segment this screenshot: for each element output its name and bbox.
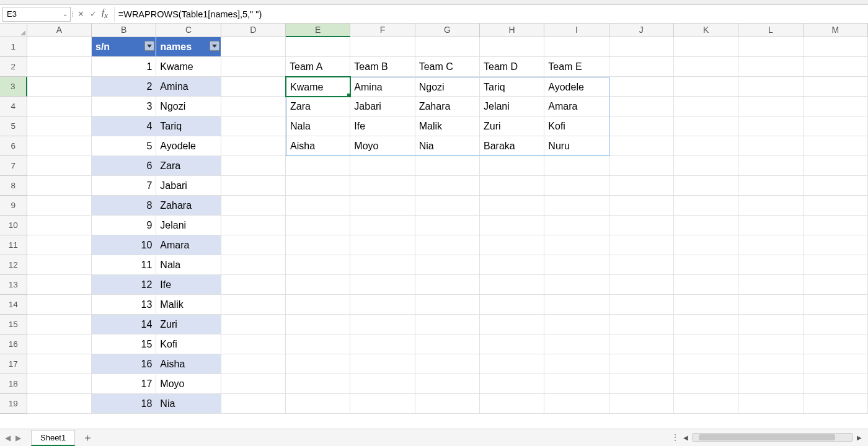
add-sheet-icon[interactable]: ＋ (80, 431, 95, 445)
cell-F10[interactable] (350, 216, 415, 235)
cell-K14[interactable] (674, 295, 738, 315)
cell-B8[interactable]: 7 (92, 176, 156, 196)
col-header-E[interactable]: E (286, 24, 350, 37)
cell-H14[interactable] (480, 295, 544, 315)
cell-B9[interactable]: 8 (92, 196, 156, 216)
cell-I8[interactable] (544, 176, 609, 196)
cell-C18[interactable]: Moyo (156, 374, 221, 394)
cell-G10[interactable] (415, 216, 480, 235)
cell-G15[interactable] (415, 315, 480, 334)
row-header[interactable]: 10 (0, 216, 27, 235)
row-header[interactable]: 9 (0, 196, 27, 216)
row-header[interactable]: 18 (0, 374, 27, 394)
cell-G9[interactable] (415, 196, 480, 216)
cell-G14[interactable] (415, 295, 480, 315)
cell-F12[interactable] (350, 255, 415, 275)
col-header-H[interactable]: H (480, 24, 544, 37)
cell-H16[interactable] (480, 334, 544, 354)
cell-B3[interactable]: 2 (92, 77, 156, 97)
row-header[interactable]: 19 (0, 394, 27, 414)
cell-E3[interactable]: Kwame (286, 77, 350, 97)
cell-A17[interactable] (27, 354, 92, 374)
cell-A3[interactable] (27, 77, 92, 97)
cell-E1[interactable] (286, 37, 350, 57)
cell-J15[interactable] (609, 315, 674, 334)
cell-M1[interactable] (804, 37, 868, 57)
cell-J11[interactable] (609, 235, 674, 255)
cell-B17[interactable]: 16 (92, 354, 156, 374)
cell-C9[interactable]: Zahara (156, 196, 221, 216)
cell-E4[interactable]: Zara (286, 97, 350, 116)
cell-A7[interactable] (27, 156, 92, 176)
cell-B14[interactable]: 13 (92, 295, 156, 315)
cell-C19[interactable]: Nia (156, 394, 221, 414)
cell-L16[interactable] (738, 334, 803, 354)
cell-A6[interactable] (27, 136, 92, 156)
cell-D15[interactable] (221, 315, 286, 334)
cell-B19[interactable]: 18 (92, 394, 156, 414)
cell-F2[interactable]: Team B (350, 57, 415, 77)
select-all-corner[interactable] (0, 24, 27, 37)
cell-M4[interactable] (804, 97, 868, 116)
cell-D11[interactable] (221, 235, 286, 255)
cell-C3[interactable]: Amina (156, 77, 221, 97)
cell-L1[interactable] (738, 37, 803, 57)
cell-F11[interactable] (350, 235, 415, 255)
cell-E8[interactable] (286, 176, 350, 196)
cell-M18[interactable] (804, 374, 868, 394)
cell-E10[interactable] (286, 216, 350, 235)
cell-E9[interactable] (286, 196, 350, 216)
cell-M2[interactable] (804, 57, 868, 77)
cell-J6[interactable] (609, 136, 674, 156)
cell-A1[interactable] (27, 37, 92, 57)
cell-D13[interactable] (221, 275, 286, 295)
row-header[interactable]: 17 (0, 354, 27, 374)
cell-I15[interactable] (544, 315, 609, 334)
cell-J13[interactable] (609, 275, 674, 295)
scroll-thumb[interactable] (699, 434, 835, 440)
cell-E2[interactable]: Team A (286, 57, 350, 77)
enter-icon[interactable]: ✓ (87, 7, 99, 22)
cell-A11[interactable] (27, 235, 92, 255)
cell-A12[interactable] (27, 255, 92, 275)
cell-J18[interactable] (609, 374, 674, 394)
cell-I19[interactable] (544, 394, 609, 414)
cell-B10[interactable]: 9 (92, 216, 156, 235)
cell-B11[interactable]: 10 (92, 235, 156, 255)
cell-L10[interactable] (738, 216, 803, 235)
cell-A16[interactable] (27, 334, 92, 354)
cell-C7[interactable]: Zara (156, 156, 221, 176)
cell-C11[interactable]: Amara (156, 235, 221, 255)
row-header[interactable]: 12 (0, 255, 27, 275)
tab-options-icon[interactable]: ⋮ (671, 432, 680, 442)
cell-M8[interactable] (804, 176, 868, 196)
cell-A10[interactable] (27, 216, 92, 235)
cell-I1[interactable] (544, 37, 609, 57)
row-header[interactable]: 11 (0, 235, 27, 255)
table-filter-icon[interactable] (144, 41, 154, 51)
row-header[interactable]: 8 (0, 176, 27, 196)
cell-F3[interactable]: Amina (350, 77, 415, 97)
cell-J2[interactable] (609, 57, 674, 77)
cell-F15[interactable] (350, 315, 415, 334)
cell-K7[interactable] (674, 156, 738, 176)
cell-C14[interactable]: Malik (156, 295, 221, 315)
cell-I10[interactable] (544, 216, 609, 235)
cell-I3[interactable]: Ayodele (544, 77, 609, 97)
cell-K9[interactable] (674, 196, 738, 216)
cell-D10[interactable] (221, 216, 286, 235)
cell-G6[interactable]: Nia (415, 136, 480, 156)
cell-H9[interactable] (480, 196, 544, 216)
cell-M15[interactable] (804, 315, 868, 334)
cell-E5[interactable]: Nala (286, 116, 350, 136)
cell-M11[interactable] (804, 235, 868, 255)
cell-C13[interactable]: Ife (156, 275, 221, 295)
cell-E18[interactable] (286, 374, 350, 394)
cell-L4[interactable] (738, 97, 803, 116)
cell-L9[interactable] (738, 196, 803, 216)
cell-K10[interactable] (674, 216, 738, 235)
cell-L13[interactable] (738, 275, 803, 295)
cell-L2[interactable] (738, 57, 803, 77)
cell-D14[interactable] (221, 295, 286, 315)
cell-C1[interactable]: names (156, 37, 221, 57)
